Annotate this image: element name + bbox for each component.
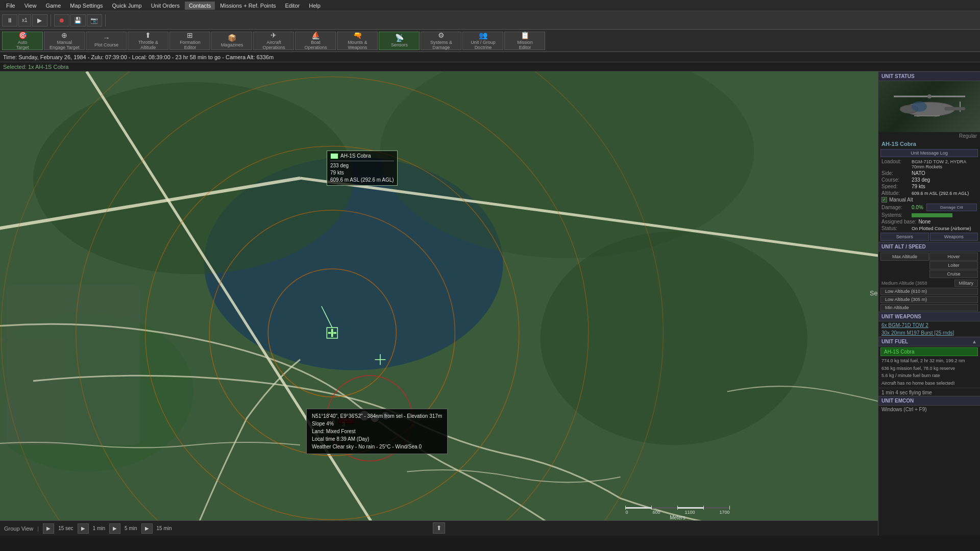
mission-editor-label: MissionEditor [517, 40, 533, 50]
svg-text:Sed 7918: Sed 7918 [870, 290, 878, 297]
svg-point-32 [927, 94, 932, 98]
unit-name-link[interactable]: AH-1S Cobra [878, 140, 980, 148]
unit-group-label: Unit / GroupDoctrine [471, 40, 496, 50]
mission-editor-button[interactable]: 📋 MissionEditor [504, 32, 545, 50]
military-button[interactable]: Military [954, 280, 978, 287]
selected-unit: 1x AH-1S Cobra [28, 64, 68, 70]
magazines-icon: 📦 [228, 34, 236, 42]
right-panel: UNIT STATUS [878, 71, 980, 536]
menu-view[interactable]: View [20, 2, 41, 10]
loiter-button[interactable]: Loiter [929, 261, 978, 269]
speed-row: Speed: 79 kts [878, 183, 980, 190]
weapon1-link[interactable]: 6x BGM-71D TOW 2 [878, 321, 980, 329]
unit-status-section: UNIT STATUS [878, 71, 980, 242]
gv-play-button[interactable]: ▶ [43, 523, 54, 534]
spacer2 [880, 270, 929, 278]
aircraft-ops-button[interactable]: ✈ AircraftOperations [253, 32, 294, 50]
mounts-weapons-label: Mounts &Weapons [348, 40, 367, 50]
fuel-separator [878, 388, 980, 388]
svg-text:3: 3 [342, 421, 346, 428]
gv-play3-button[interactable]: ▶ [109, 523, 120, 534]
playback-controls: ⏸ x1 ▶ [2, 14, 51, 27]
plot-course-button[interactable]: → Plot Course [86, 32, 127, 50]
damage-crit-button[interactable]: Damage Crit [926, 204, 977, 211]
course-label: Course: [881, 177, 910, 183]
min-alt-row: Min Altitude [878, 304, 980, 312]
low-alt-610-button[interactable]: Low Altitude (610 m) [880, 288, 978, 295]
mounts-weapons-button[interactable]: 🔫 Mounts &Weapons [337, 32, 378, 50]
menu-quick-jump[interactable]: Quick Jump [108, 2, 146, 10]
save-icon: 💾 [74, 16, 82, 24]
fuel-flying-time: 1 min 4 sec flying time [878, 389, 980, 396]
record-button[interactable]: ⏺ [54, 14, 69, 27]
weapons-header: UNIT WEAPONS [878, 312, 980, 321]
time-display: Time: Sunday, February 26, 1984 - Zulu: … [3, 54, 274, 60]
alt-speed-grid: Max Altitude Hover Loiter Cruise [878, 252, 980, 279]
manual-alt-row: ✓ Manual Alt [878, 196, 980, 203]
min-alt-button[interactable]: Min Altitude [880, 304, 978, 311]
fuel-home-base: Aircraft has no home base selected! [878, 380, 980, 387]
fuel-unit-label[interactable]: AH-1S Cobra [880, 347, 978, 356]
menu-file[interactable]: File [2, 2, 19, 10]
sensors-panel-button[interactable]: Sensors [880, 233, 929, 241]
status-row: Status: On Plotted Course (Airborne) [878, 225, 980, 232]
boat-ops-button[interactable]: ⛵ BoatOperations [295, 32, 336, 50]
course-row: Course: 233 deg [878, 177, 980, 183]
hover-button[interactable]: Hover [929, 253, 978, 261]
manual-engage-icon: ⊕ [61, 31, 67, 39]
low-alt-305-button[interactable]: Low Altitude (305 m) [880, 296, 978, 303]
upload-button[interactable]: ⬆ [433, 522, 445, 534]
alt-speed-header: UNIT ALT / SPEED [878, 242, 980, 252]
gv-interval-3: 5 min [125, 525, 137, 531]
toolbar: ⏸ x1 ▶ ⏺ 💾 📷 [0, 11, 980, 30]
damage-label: Damage: [881, 205, 910, 210]
cruise-button[interactable]: Cruise [929, 270, 978, 278]
auto-target-label: AutoTarget [16, 40, 29, 50]
medium-alt-row: Medium Altitude (3658 Military [878, 279, 980, 287]
damage-row: Damage: 0.0% Damage Crit [878, 203, 980, 212]
sensors-button[interactable]: 📡 Sensors [379, 32, 420, 50]
manual-alt-checkbox[interactable]: ✓ [881, 197, 887, 203]
pause-button[interactable]: ⏸ [2, 14, 17, 27]
magazines-button[interactable]: 📦 Magazines [211, 32, 252, 50]
menu-game[interactable]: Game [41, 2, 65, 10]
camera-button[interactable]: 📷 [87, 14, 102, 27]
manual-engage-button[interactable]: ⊕ ManualEngage Target [44, 32, 85, 50]
svg-point-23 [381, 411, 390, 420]
menu-missions[interactable]: Missions + Ref. Points [216, 2, 280, 10]
altitude-label: Altitude: [881, 190, 910, 196]
svg-rect-25 [346, 418, 354, 423]
unit-message-log-button[interactable]: Unit Message Log [880, 149, 978, 157]
menu-unit-orders[interactable]: Unit Orders [147, 2, 184, 10]
throttle-button[interactable]: ⬆ Throttle &Altitude [128, 32, 168, 50]
group-view-label: Group View [4, 525, 33, 532]
status-field-value: On Plotted Course (Airborne) [912, 226, 971, 231]
menu-map-settings[interactable]: Map Settings [66, 2, 107, 10]
gv-play2-button[interactable]: ▶ [78, 523, 89, 534]
formation-button[interactable]: ⊞ FormationEditor [169, 32, 210, 50]
loadout-label: Loadout: [881, 159, 910, 164]
weapons-panel-button[interactable]: Weapons [930, 233, 978, 241]
max-altitude-button[interactable]: Max Altitude [880, 253, 929, 261]
systems-label: Systems: [881, 212, 910, 218]
systems-damage-button[interactable]: ⚙ Systems &Damage [421, 32, 461, 50]
sensors-label: Sensors [391, 42, 408, 47]
weapon2-link[interactable]: 30x 20mm M197 Burst [25 rnds] [878, 329, 980, 337]
play-button[interactable]: ▶ [32, 14, 47, 27]
status-bar: Time: Sunday, February 26, 1984 - Zulu: … [0, 52, 980, 62]
helicopter-svg [889, 86, 970, 127]
scale-bar: 0 600 1100 1700 Meters [625, 506, 730, 520]
save-button[interactable]: 💾 [70, 14, 86, 27]
menu-editor[interactable]: Editor [281, 2, 304, 10]
menu-contacts[interactable]: Contacts [185, 2, 215, 10]
unit-group-button[interactable]: 👥 Unit / GroupDoctrine [462, 32, 503, 50]
auto-target-button[interactable]: 🎯 AutoTarget [2, 32, 43, 50]
fuel-expand-icon: ▲ [972, 339, 977, 344]
menu-help[interactable]: Help [305, 2, 325, 10]
gv-play4-button[interactable]: ▶ [141, 523, 153, 534]
throttle-label: Throttle &Altitude [138, 40, 158, 50]
speed-display[interactable]: x1 [18, 14, 31, 27]
assigned-base-label: Assigned base: [881, 219, 916, 224]
map-area[interactable]: 3 3 Sed 7918 AH-1S Cobra 233 deg 79 kts … [0, 71, 878, 536]
svg-point-4 [541, 232, 807, 445]
